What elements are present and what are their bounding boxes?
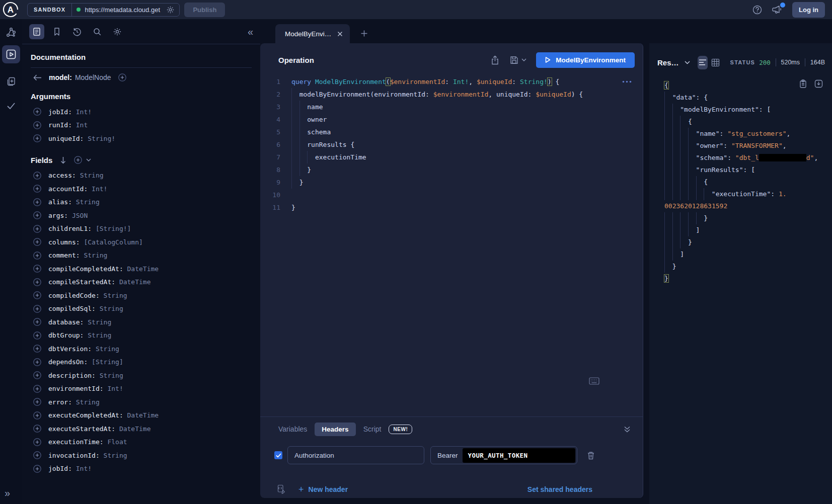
search-icon[interactable] xyxy=(90,24,105,39)
endpoint-settings-gear-icon[interactable] xyxy=(166,6,175,14)
save-icon[interactable] xyxy=(510,56,518,64)
schema-field-row[interactable]: args: JSON xyxy=(31,209,252,222)
new-header-button[interactable]: + New header xyxy=(298,485,348,494)
add-all-fields-icon[interactable] xyxy=(74,156,82,164)
plus-circle-icon[interactable] xyxy=(33,451,41,459)
schema-field-row[interactable]: dbtVersion: String xyxy=(31,342,252,356)
plus-circle-icon[interactable] xyxy=(33,358,41,366)
schema-field-row[interactable]: invocationId: String xyxy=(31,449,252,462)
save-dropdown-chevron-icon[interactable] xyxy=(521,58,526,61)
documentation-tab-icon[interactable] xyxy=(29,24,44,39)
plus-circle-icon[interactable] xyxy=(33,318,41,326)
header-enabled-checkbox[interactable] xyxy=(274,451,282,459)
auth-token-value[interactable]: YOUR_AUTH_TOKEN xyxy=(463,448,575,463)
run-operation-button[interactable]: ModelByEnvironment xyxy=(536,52,635,68)
plus-circle-icon[interactable] xyxy=(33,278,41,286)
plus-circle-icon[interactable] xyxy=(33,291,41,299)
sidebar-item-checks[interactable] xyxy=(2,97,20,115)
schema-field-row[interactable]: executeCompletedAt: DateTime xyxy=(31,409,252,423)
schema-field-row[interactable]: uniqueId: String! xyxy=(31,132,252,145)
operation-tab[interactable]: ModelByEnvi… xyxy=(275,24,350,43)
schema-field-row[interactable]: compileCompletedAt: DateTime xyxy=(31,262,252,276)
environment-file-edit-icon[interactable] xyxy=(277,484,286,494)
plus-circle-icon[interactable] xyxy=(33,134,41,142)
sidebar-item-operation-collections[interactable] xyxy=(2,72,20,91)
keyboard-shortcuts-icon[interactable] xyxy=(589,377,599,385)
new-tab-icon[interactable] xyxy=(360,30,368,37)
plus-circle-icon[interactable] xyxy=(33,345,41,353)
announcements-megaphone-icon[interactable] xyxy=(772,5,783,15)
login-button[interactable]: Log in xyxy=(792,2,825,18)
operation-overflow-menu-icon[interactable] xyxy=(622,80,632,83)
plus-circle-icon[interactable] xyxy=(33,172,41,180)
plus-circle-icon[interactable] xyxy=(33,238,41,246)
collapse-section-icon[interactable] xyxy=(624,426,631,433)
settings-gear-icon[interactable] xyxy=(110,24,125,39)
sidebar-item-schema-graph[interactable] xyxy=(2,23,20,41)
schema-field-row[interactable]: dbtGroup: String xyxy=(31,329,252,343)
endpoint-url-text[interactable]: https://metadata.cloud.get xyxy=(85,6,162,14)
schema-field-row[interactable]: description: String xyxy=(31,369,252,382)
plus-circle-icon[interactable] xyxy=(33,211,41,219)
schema-field-row[interactable]: dependsOn: [String] xyxy=(31,356,252,369)
plus-circle-icon[interactable] xyxy=(118,73,126,81)
operation-editor[interactable]: 1query ModelByEnvironment($environmentId… xyxy=(260,72,643,214)
tree-view-toggle-icon[interactable] xyxy=(698,56,708,69)
schema-field-row[interactable]: childrenL1: [String!] xyxy=(31,222,252,236)
back-arrow-icon[interactable] xyxy=(33,74,42,81)
schema-field-row[interactable]: error: String xyxy=(31,395,252,409)
plus-circle-icon[interactable] xyxy=(33,251,41,260)
schema-field-row[interactable]: environmentId: Int! xyxy=(31,382,252,396)
bookmarks-icon[interactable] xyxy=(49,24,64,39)
expand-rail-icon[interactable]: » xyxy=(5,488,10,498)
set-shared-headers-link[interactable]: Set shared headers xyxy=(527,485,592,493)
tab-script[interactable]: Script xyxy=(363,425,382,433)
close-tab-icon[interactable] xyxy=(337,31,343,37)
header-value-input[interactable]: Bearer YOUR_AUTH_TOKEN xyxy=(430,446,577,464)
plus-circle-icon[interactable] xyxy=(33,465,41,473)
schema-field-row[interactable]: columns: [CatalogColumn] xyxy=(31,235,252,249)
tab-headers[interactable]: Headers xyxy=(315,423,355,436)
plus-circle-icon[interactable] xyxy=(33,198,41,206)
response-title[interactable]: Res… xyxy=(657,58,679,67)
publish-button[interactable]: Publish xyxy=(184,3,225,17)
plus-circle-icon[interactable] xyxy=(33,331,41,340)
schema-field-row[interactable]: compiledCode: String xyxy=(31,289,252,302)
schema-field-row[interactable]: executionTime: Float xyxy=(31,436,252,449)
schema-field-row[interactable]: alias: String xyxy=(31,196,252,209)
chevron-down-icon[interactable] xyxy=(86,158,91,161)
help-icon[interactable] xyxy=(752,5,762,15)
schema-field-row[interactable]: compileStartedAt: DateTime xyxy=(31,276,252,289)
schema-field-row[interactable]: comment: String xyxy=(31,249,252,263)
plus-circle-icon[interactable] xyxy=(33,385,41,393)
plus-circle-icon[interactable] xyxy=(33,225,41,233)
delete-header-trash-icon[interactable] xyxy=(587,451,595,460)
plus-circle-icon[interactable] xyxy=(33,398,41,406)
schema-field-row[interactable]: executeStartedAt: DateTime xyxy=(31,422,252,436)
schema-field-row[interactable]: database: String xyxy=(31,315,252,329)
breadcrumb-type[interactable]: ModelNode xyxy=(75,73,111,81)
schema-field-row[interactable]: accountId: Int! xyxy=(31,182,252,196)
plus-circle-icon[interactable] xyxy=(33,425,41,433)
sort-arrow-icon[interactable] xyxy=(60,156,66,164)
schema-field-row[interactable]: compiledSql: String xyxy=(31,302,252,316)
plus-circle-icon[interactable] xyxy=(33,371,41,379)
plus-circle-icon[interactable] xyxy=(33,411,41,419)
schema-field-row[interactable]: runId: Int xyxy=(31,119,252,132)
plus-circle-icon[interactable] xyxy=(33,305,41,313)
schema-field-row[interactable]: jobId: Int! xyxy=(31,462,252,476)
plus-circle-icon[interactable] xyxy=(33,185,41,193)
table-view-toggle-icon[interactable] xyxy=(710,56,721,69)
schema-field-row[interactable]: jobId: Int! xyxy=(31,105,252,119)
tab-variables[interactable]: Variables xyxy=(278,425,307,433)
plus-circle-icon[interactable] xyxy=(33,121,41,129)
response-dropdown-chevron-icon[interactable] xyxy=(685,61,690,64)
share-icon[interactable] xyxy=(491,55,499,65)
sidebar-item-explorer[interactable] xyxy=(2,45,20,63)
endpoint-url-input[interactable]: https://metadata.cloud.get xyxy=(72,6,179,14)
plus-circle-icon[interactable] xyxy=(33,108,41,116)
apollo-logo[interactable]: A xyxy=(3,2,19,18)
plus-circle-icon[interactable] xyxy=(33,265,41,273)
plus-circle-icon[interactable] xyxy=(33,438,41,446)
collapse-docs-icon[interactable]: « xyxy=(248,27,253,37)
